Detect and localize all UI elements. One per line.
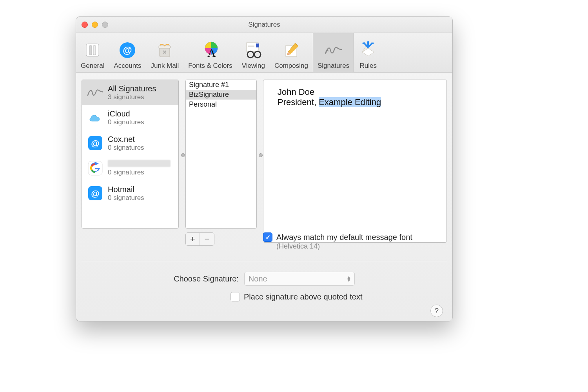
tab-label: Rules: [359, 62, 376, 70]
tab-accounts[interactable]: @ Accounts: [109, 33, 146, 72]
tab-label: Fonts & Colors: [188, 62, 232, 70]
at-icon: @: [87, 134, 104, 152]
svg-text:@: @: [123, 45, 132, 55]
separator: [82, 261, 447, 261]
tab-rules[interactable]: Rules: [354, 33, 382, 72]
tab-label: Viewing: [242, 62, 265, 70]
signature-icon: [87, 84, 104, 101]
account-title: Cox.net: [108, 134, 144, 144]
main-area: All Signatures 3 signatures iCloud 0 sig…: [82, 80, 447, 321]
icloud-icon: [87, 109, 104, 127]
tab-general[interactable]: General: [76, 33, 109, 72]
account-subtitle: 0 signatures: [108, 169, 171, 176]
account-title: Hotmail: [108, 185, 144, 194]
account-cox[interactable]: @ Cox.net 0 signatures: [82, 131, 178, 156]
svg-rect-2: [93, 45, 96, 55]
account-subtitle: 0 signatures: [108, 194, 144, 202]
editor-text: President,: [278, 97, 319, 107]
window-controls: [76, 22, 108, 28]
chevron-up-down-icon: ▲▼: [347, 276, 351, 282]
choose-signature-row: Choose Signature: None ▲▼: [82, 272, 447, 286]
account-title: All Signatures: [108, 84, 156, 93]
signature-item[interactable]: BizSignature: [186, 90, 256, 100]
always-match-checkbox[interactable]: ✓: [263, 232, 272, 242]
account-title-redacted: [108, 160, 171, 169]
always-match-sublabel: (Helvetica 14): [276, 242, 412, 250]
place-above-row: Place signature above quoted text: [230, 292, 362, 301]
remove-signature-button[interactable]: −: [200, 233, 214, 245]
signatures-list[interactable]: Signature #1 BizSignature Personal: [185, 80, 257, 229]
svg-rect-1: [89, 45, 92, 55]
tab-label: General: [81, 62, 104, 70]
account-title: iCloud: [108, 109, 144, 118]
choose-signature-label: Choose Signature:: [174, 274, 239, 283]
editor-selected-text: Example Editing: [319, 97, 381, 107]
svg-text:@: @: [91, 138, 99, 148]
fonts-colors-icon: A: [201, 41, 220, 60]
accounts-list[interactable]: All Signatures 3 signatures iCloud 0 sig…: [82, 80, 179, 229]
always-match-row: ✓ Always match my default message font (…: [263, 232, 447, 250]
help-button[interactable]: ?: [430, 305, 443, 317]
account-subtitle: 0 signatures: [108, 118, 144, 126]
tab-signatures[interactable]: Signatures: [313, 33, 354, 72]
tab-fonts-colors[interactable]: A Fonts & Colors: [183, 33, 237, 72]
signature-editor[interactable]: John Doe President, Example Editing: [263, 80, 447, 243]
editor-line: President, Example Editing: [278, 97, 432, 107]
place-above-label: Place signature above quoted text: [244, 292, 362, 301]
zoom-button[interactable]: [102, 22, 108, 28]
account-all-signatures[interactable]: All Signatures 3 signatures: [82, 80, 178, 105]
titlebar: Signatures: [76, 17, 452, 33]
tab-label: Accounts: [114, 62, 141, 70]
google-icon: [87, 160, 104, 177]
tab-label: Composing: [274, 62, 308, 70]
close-button[interactable]: [82, 22, 88, 28]
svg-text:✕: ✕: [162, 49, 167, 55]
svg-text:A: A: [207, 46, 216, 59]
column-divider-handle[interactable]: [181, 153, 185, 157]
always-match-label: Always match my default message font: [276, 232, 412, 242]
signature-item[interactable]: Personal: [186, 100, 256, 109]
signature-item[interactable]: Signature #1: [186, 80, 256, 90]
place-above-checkbox[interactable]: [230, 292, 240, 301]
svg-text:@: @: [91, 189, 99, 198]
viewing-icon: [244, 41, 263, 60]
account-hotmail[interactable]: @ Hotmail 0 signatures: [82, 181, 178, 206]
svg-point-16: [254, 51, 261, 58]
composing-icon: [282, 41, 301, 60]
editor-line: John Doe: [278, 87, 432, 97]
add-remove-buttons: + −: [185, 232, 214, 246]
column-divider-handle[interactable]: [259, 153, 263, 157]
tab-label: Junk Mail: [151, 62, 179, 70]
tab-composing[interactable]: Composing: [270, 33, 313, 72]
minimize-button[interactable]: [92, 22, 98, 28]
choose-signature-select[interactable]: None ▲▼: [244, 272, 355, 286]
account-subtitle: 3 signatures: [108, 93, 156, 101]
preferences-window: Signatures General @ Accounts: [76, 16, 453, 321]
preferences-toolbar: General @ Accounts ✕ Junk Mail: [76, 33, 452, 73]
account-subtitle: 0 signatures: [108, 144, 144, 152]
select-value: None: [249, 274, 267, 283]
add-signature-button[interactable]: +: [186, 233, 200, 245]
tab-label: Signatures: [318, 62, 349, 70]
svg-point-15: [247, 51, 254, 58]
svg-rect-0: [86, 44, 99, 56]
general-icon: [83, 41, 102, 60]
tab-viewing[interactable]: Viewing: [237, 33, 270, 72]
rules-icon: [359, 41, 377, 60]
window-title: Signatures: [76, 21, 452, 29]
at-icon: @: [87, 185, 104, 202]
tab-junk-mail[interactable]: ✕ Junk Mail: [146, 33, 183, 72]
accounts-icon: @: [118, 41, 137, 60]
account-icloud[interactable]: iCloud 0 signatures: [82, 105, 178, 130]
account-google[interactable]: 0 signatures: [82, 156, 178, 181]
signatures-icon: [324, 41, 343, 60]
svg-rect-12: [256, 44, 259, 47]
junk-mail-icon: ✕: [155, 41, 174, 60]
